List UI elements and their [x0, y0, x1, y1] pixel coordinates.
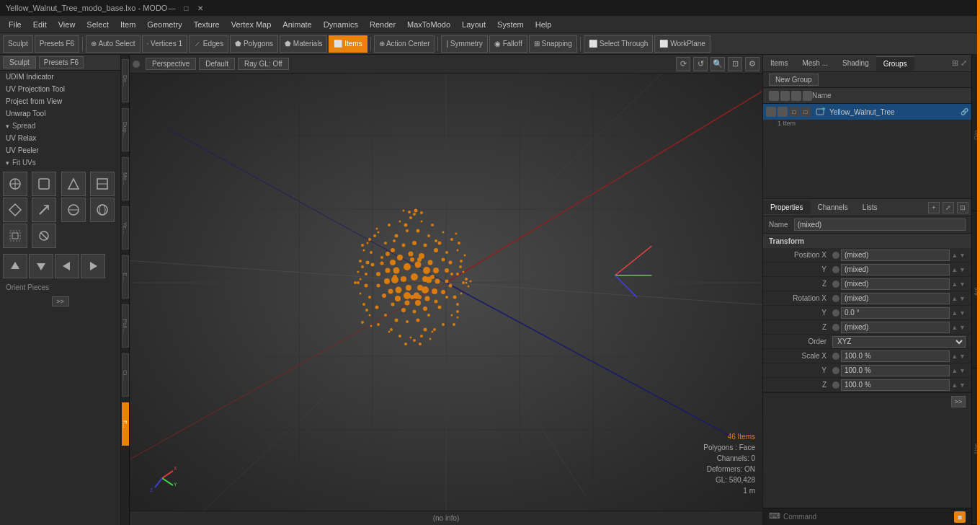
tool-grid-btn-7[interactable] [61, 198, 86, 222]
uv-projection-tool[interactable]: UV Projection Tool [0, 83, 120, 95]
menu-dynamics[interactable]: Dynamics [318, 19, 364, 30]
polygons-button[interactable]: ⬟ Polygons [230, 35, 278, 53]
ref-button[interactable]: □ [801, 107, 811, 117]
menu-animate[interactable]: Animate [277, 19, 317, 30]
menu-file[interactable]: File [3, 19, 27, 30]
arrow-down-btn[interactable] [29, 254, 53, 278]
spread-section[interactable]: Spread [0, 120, 120, 132]
tab-groups[interactable]: Groups [876, 56, 914, 71]
rotation-y-down[interactable]: ▼ [959, 309, 966, 317]
tab-mesh[interactable]: Mesh ... [795, 56, 835, 70]
symmetry-button[interactable]: | Symmetry [441, 35, 487, 53]
tool-grid-btn-10[interactable] [32, 224, 56, 248]
position-y-input[interactable] [841, 264, 950, 275]
menu-vertex-map[interactable]: Vertex Map [226, 19, 277, 30]
side-strip-me-btn[interactable]: Me... [122, 157, 129, 200]
menu-select[interactable]: Select [81, 19, 115, 30]
position-z-input[interactable] [841, 278, 950, 290]
viewport[interactable]: Perspective Default Ray GL: Off ⟳ ↺ 🔍 ⊡ … [130, 55, 762, 511]
rotation-y-input[interactable] [841, 307, 950, 319]
tool-grid-btn-8[interactable] [90, 198, 115, 222]
arrow-up-btn[interactable] [3, 254, 27, 278]
position-y-down[interactable]: ▼ [959, 266, 966, 273]
position-y-up[interactable]: ▲ [951, 266, 958, 273]
sculpt-mode-button[interactable]: Sculpt [3, 56, 36, 69]
perspective-button[interactable]: Perspective [146, 58, 196, 70]
position-x-down[interactable]: ▼ [959, 252, 966, 259]
position-x-up[interactable]: ▲ [951, 252, 958, 259]
fit-uvs-section[interactable]: Fit UVs [0, 156, 120, 169]
tool-grid-btn-3[interactable] [61, 172, 86, 196]
menu-edit[interactable]: Edit [27, 19, 53, 30]
command-end-button[interactable]: ■ [954, 511, 966, 523]
side-strip-de-btn[interactable]: De... [122, 59, 129, 102]
arrow-left-btn[interactable] [55, 254, 79, 278]
order-select[interactable]: XYZ XZY YXZ YZX ZXY ZYX [832, 336, 966, 348]
rotation-y-up[interactable]: ▲ [951, 309, 958, 317]
position-x-input[interactable] [841, 250, 950, 261]
rotation-z-down[interactable]: ▼ [959, 324, 966, 331]
workplane-button[interactable]: ⬜ WorkPlane [654, 35, 710, 53]
items-button[interactable]: ⬜ Items [329, 35, 367, 53]
tool-grid-btn-2[interactable] [32, 172, 56, 196]
vertices-button[interactable]: · Vertices 1 [142, 35, 187, 53]
render-button[interactable] [778, 107, 788, 117]
side-strip-poli-btn[interactable]: Poli... [122, 304, 129, 348]
snapping-button[interactable]: ⊞ Snapping [529, 35, 577, 53]
viewport-fit-icon[interactable]: ⊡ [728, 57, 742, 71]
udim-indicator-tool[interactable]: UDIM Indicator [0, 71, 120, 83]
side-strip-ye-btn[interactable]: Ye... [122, 206, 129, 250]
viewport-rotate-icon[interactable]: ⟳ [676, 57, 690, 71]
uv-peeler-tool[interactable]: UV Peeler [0, 144, 120, 156]
expand-button[interactable]: >> [52, 296, 69, 306]
rotation-x-up[interactable]: ▲ [951, 295, 958, 302]
tab-items[interactable]: Items [763, 56, 795, 70]
scale-x-down[interactable]: ▼ [959, 353, 966, 360]
props-add-button[interactable]: + [928, 202, 940, 213]
minimize-button[interactable]: — [167, 4, 176, 12]
tool-grid-btn-6[interactable] [32, 198, 56, 222]
transform-section-header[interactable]: Transform [763, 234, 971, 248]
menu-layout[interactable]: Layout [456, 19, 491, 30]
rotation-z-up[interactable]: ▲ [951, 324, 958, 331]
rotation-x-down[interactable]: ▼ [959, 295, 966, 302]
rotation-x-input[interactable] [841, 293, 950, 304]
raygl-button[interactable]: Ray GL: Off [238, 58, 289, 70]
name-field-input[interactable] [794, 219, 966, 231]
side-strip-ci-btn[interactable]: Ci... [122, 353, 129, 397]
arrow-right-btn[interactable] [81, 254, 105, 278]
menu-render[interactable]: Render [364, 19, 401, 30]
panel-expand-button[interactable]: ⊞ ⤢ [948, 57, 971, 69]
tool-grid-btn-4[interactable] [90, 172, 115, 196]
item-row-walnut-tree[interactable]: □ □ Yellow_Walnut_Tree 🔗 [763, 104, 971, 120]
tool-grid-btn-9[interactable] [3, 224, 27, 248]
scale-y-up[interactable]: ▲ [951, 367, 958, 374]
project-from-view-tool[interactable]: Project from View [0, 95, 120, 107]
tool-grid-btn-5[interactable] [3, 198, 27, 222]
sculpt-button[interactable]: Sculpt [3, 35, 33, 53]
new-group-button[interactable]: New Group [769, 74, 819, 86]
auto-select-button[interactable]: ⊕ Auto Select [86, 35, 140, 53]
tab-lists[interactable]: Lists [855, 200, 885, 214]
menu-help[interactable]: Help [530, 19, 558, 30]
rotation-z-input[interactable] [841, 322, 950, 333]
props-send-button[interactable]: >> [951, 396, 966, 407]
presets-panel-button[interactable]: Presets F6 [39, 56, 84, 69]
edges-button[interactable]: ⟋ Edges [189, 35, 228, 53]
scale-z-down[interactable]: ▼ [959, 381, 966, 389]
tab-properties[interactable]: Properties [763, 200, 811, 214]
eye-button[interactable] [766, 107, 776, 117]
props-fullscreen-button[interactable]: ⊡ [957, 202, 968, 213]
unwrap-tool[interactable]: Unwrap Tool [0, 107, 120, 120]
select-through-button[interactable]: ⬜ Select Through [584, 35, 654, 53]
command-input[interactable] [783, 513, 954, 521]
viewport-settings-icon[interactable]: ⚙ [745, 57, 760, 71]
side-strip-f-btn[interactable]: F... [122, 402, 129, 446]
position-z-up[interactable]: ▲ [951, 281, 958, 288]
tab-shading[interactable]: Shading [835, 56, 876, 70]
uv-relax-tool[interactable]: UV Relax [0, 132, 120, 144]
menu-system[interactable]: System [491, 19, 530, 30]
tab-channels[interactable]: Channels [811, 200, 855, 214]
scale-z-up[interactable]: ▲ [951, 381, 958, 389]
close-button[interactable]: ✕ [196, 4, 205, 12]
